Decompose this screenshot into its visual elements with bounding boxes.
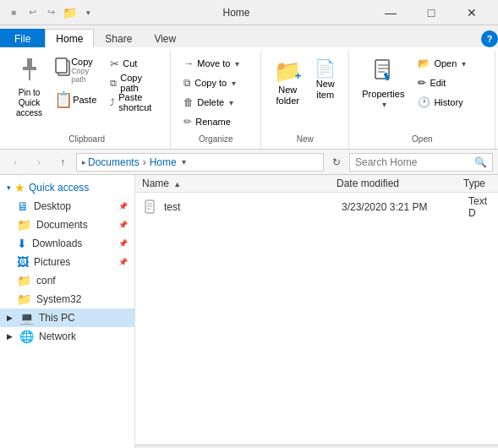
file-date-modified: 3/23/2020 3:21 PM [342,201,468,213]
address-bar: ‹ › ↑ ▸ Documents › Home ▾ ↻ 🔍 [0,150,498,175]
network-chevron: ▶ [7,332,13,341]
cut-icon: ✂ [110,57,119,70]
sidebar-item-pictures[interactable]: 🖼 Pictures 📌 [0,253,134,271]
copy-button[interactable]: Copy Copy path [50,54,101,86]
clipboard-items: Pin to Quickaccess Copy Copy path [10,54,163,131]
file-pane: Name ▲ Date modified Type [135,175,498,448]
back-button[interactable]: ‹ [5,152,25,172]
title-bar-chevron[interactable]: ▾ [81,6,95,19]
new-folder-icon: 📁 + [274,58,301,85]
system32-label: System32 [36,293,81,305]
sidebar-item-system32[interactable]: 📁 System32 [0,290,134,309]
path-crumb-home[interactable]: Home [150,156,177,168]
pin-to-quick-label: Pin to Quickaccess [16,88,42,118]
tab-view[interactable]: View [143,29,187,48]
svg-rect-0 [27,58,32,67]
maximize-button[interactable]: □ [412,0,451,25]
svg-rect-2 [29,70,30,80]
delete-icon: 🗑 [183,96,194,108]
desktop-icon: 🖥 [17,199,29,213]
conf-label: conf [36,275,56,287]
new-item-button[interactable]: 📄 Newitem [309,54,342,105]
tab-home[interactable]: Home [45,29,94,48]
copy-path-label: Copy path [120,73,157,93]
file-type-icon [142,199,159,216]
close-button[interactable]: ✕ [452,0,491,25]
open-label: Open [412,134,432,145]
table-row[interactable]: test 3/23/2020 3:21 PM Text D [135,193,498,221]
move-to-button[interactable]: → Move to ▾ [178,54,254,73]
edit-label: Edit [430,78,446,88]
organize-label: Organize [199,134,233,145]
cut-label: Cut [123,58,137,68]
desktop-label: Desktop [34,200,71,212]
open-arrow: ▾ [462,59,466,68]
forward-button[interactable]: › [29,152,49,172]
header-name[interactable]: Name ▲ [142,178,337,189]
network-label: Network [39,331,76,342]
edit-button[interactable]: ✏ Edit [412,74,488,92]
new-item-label: Newitem [316,79,335,101]
search-box[interactable]: 🔍 [349,153,493,172]
file-name: test [164,201,342,213]
window-title: Home [101,7,371,19]
sidebar: ▾ ★ Quick access 🖥 Desktop 📌 📁 Documents… [0,175,135,448]
horizontal-scrollbar[interactable]: ‹ › [135,445,498,448]
sidebar-item-desktop[interactable]: 🖥 Desktop 📌 [0,197,134,216]
documents-icon: 📁 [17,218,31,232]
ribbon-group-new: 📁 + Newfolder 📄 Newitem New [261,51,349,149]
properties-arrow: ▾ [382,100,386,109]
copy-path-button[interactable]: ⧉ Copy path [104,74,163,92]
header-date-modified[interactable]: Date modified [337,178,463,189]
help-button[interactable]: ? [481,30,498,47]
ribbon-group-clipboard: Pin to Quickaccess Copy Copy path [3,51,171,149]
title-bar: ■ ↩ ↪ 📁 ▾ Home — □ ✕ [0,0,498,25]
thispc-chevron: ▶ [7,314,13,322]
pictures-icon: 🖼 [17,255,29,269]
paste-shortcut-button[interactable]: ⤴ Paste shortcut [104,93,163,112]
open-button[interactable]: 📂 Open ▾ [412,54,488,73]
downloads-label: Downloads [32,238,82,249]
file-pane-header: Name ▲ Date modified Type [135,175,498,193]
refresh-button[interactable]: ↻ [327,153,346,172]
sidebar-item-thispc[interactable]: ▶ 💻 This PC [0,309,134,327]
properties-button[interactable]: Properties ▾ [356,54,410,113]
paste-shortcut-icon: ⤴ [110,97,115,107]
history-button[interactable]: 🕐 History [412,93,488,112]
delete-label: Delete [197,97,224,107]
pin-icon-downloads: 📌 [118,239,128,248]
thispc-icon: 💻 [19,311,34,325]
delete-button[interactable]: 🗑 Delete ▾ [178,93,254,112]
conf-icon: 📁 [17,274,31,287]
path-crumb-documents[interactable]: Documents [88,156,140,168]
cut-button[interactable]: ✂ Cut [104,54,163,73]
pictures-label: Pictures [34,256,70,268]
rename-button[interactable]: ✏ Rename [178,112,254,131]
redo-icon[interactable]: ↪ [44,6,57,19]
path-chevron[interactable]: ▾ [182,157,186,167]
svg-rect-9 [145,200,154,213]
pin-to-quick-access-button[interactable]: Pin to Quickaccess [10,54,48,123]
search-icon: 🔍 [474,156,487,168]
new-items: 📁 + Newfolder 📄 Newitem [268,54,342,131]
up-button[interactable]: ↑ [52,152,73,172]
search-input[interactable] [355,156,471,168]
paste-button[interactable]: 📋 Paste [50,88,101,112]
address-path[interactable]: ▸ Documents › Home ▾ [76,153,324,172]
quick-access-toolbar: ■ [7,6,20,19]
sidebar-item-documents[interactable]: 📁 Documents 📌 [0,216,134,234]
undo-icon[interactable]: ↩ [25,6,39,19]
sidebar-item-downloads[interactable]: ⬇ Downloads 📌 [0,234,134,253]
sidebar-item-network[interactable]: ▶ 🌐 Network [0,327,134,346]
header-type[interactable]: Type [463,178,491,189]
tab-file[interactable]: File [0,29,45,48]
sidebar-quick-access-header[interactable]: ▾ ★ Quick access [0,178,134,197]
main-area: ▾ ★ Quick access 🖥 Desktop 📌 📁 Documents… [0,175,498,448]
copy-icon [54,57,71,82]
sidebar-item-conf[interactable]: 📁 conf [0,271,134,290]
minimize-button[interactable]: — [371,0,410,25]
copy-to-button[interactable]: ⧉ Copy to ▾ [178,74,254,92]
tab-share[interactable]: Share [94,29,143,48]
new-folder-button[interactable]: 📁 + Newfolder [268,54,307,111]
history-icon: 🕐 [418,96,430,108]
